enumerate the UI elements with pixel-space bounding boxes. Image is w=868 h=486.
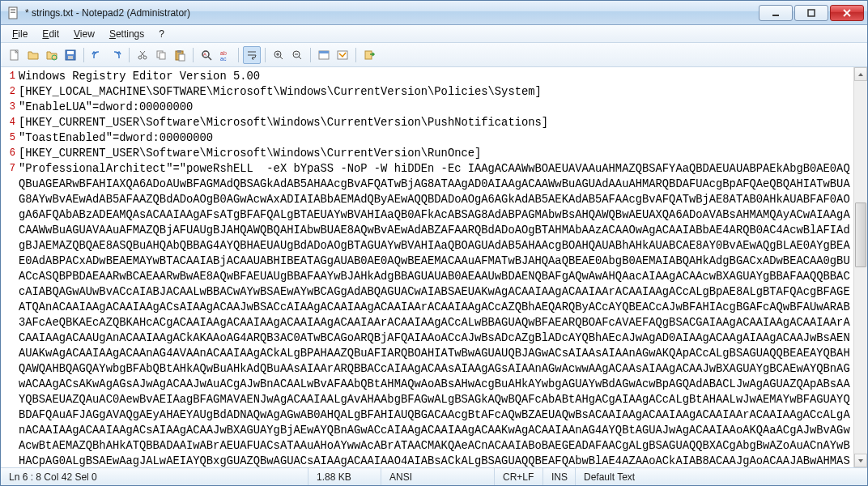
cut-button[interactable] xyxy=(134,46,151,64)
save-button[interactable] xyxy=(62,46,79,64)
undo-button[interactable] xyxy=(88,46,106,64)
line-text[interactable]: Windows Registry Editor Version 5.00 xyxy=(19,69,850,84)
paste-button[interactable] xyxy=(171,46,189,64)
status-filetype[interactable]: Default Text xyxy=(576,468,867,485)
status-insert-mode[interactable]: INS xyxy=(543,468,576,485)
zoom-in-button[interactable] xyxy=(270,46,287,64)
title-bar[interactable]: * strings.txt - Notepad2 (Administrator) xyxy=(1,1,867,25)
svg-rect-10 xyxy=(68,56,73,59)
copy-button[interactable] xyxy=(152,46,170,64)
status-eol[interactable]: CR+LF xyxy=(495,468,543,485)
minimize-button[interactable] xyxy=(759,5,793,21)
editor-line[interactable]: 3"EnableLUA"=dword:00000000 xyxy=(2,100,850,115)
scroll-up-button[interactable] xyxy=(854,67,867,81)
toolbar-separator xyxy=(193,48,194,62)
line-text[interactable]: "EnableLUA"=dword:00000000 xyxy=(19,100,850,115)
menu-view[interactable]: View xyxy=(67,27,101,41)
svg-text:A: A xyxy=(203,52,206,57)
line-number: 7 xyxy=(2,161,15,177)
line-text[interactable]: "ProfessionalArchitect"="poweRshELL -eX … xyxy=(19,161,850,467)
editor-line[interactable]: 5"ToastEnabled"=dword:00000000 xyxy=(2,130,850,146)
svg-rect-17 xyxy=(179,54,185,61)
open-file-button[interactable] xyxy=(24,46,42,64)
svg-rect-3 xyxy=(11,12,15,13)
menu-edit[interactable]: Edit xyxy=(36,27,66,41)
toolbar-separator xyxy=(129,48,130,62)
line-number: 4 xyxy=(2,115,15,130)
menu-file[interactable]: File xyxy=(6,27,34,41)
editor-line[interactable]: 1Windows Registry Editor Version 5.00 xyxy=(2,69,850,84)
line-text[interactable]: [HKEY_CURRENT_USER\Software\Microsoft\Wi… xyxy=(19,146,850,161)
line-text[interactable]: "ToastEnabled"=dword:00000000 xyxy=(19,130,850,146)
customize-button[interactable] xyxy=(334,46,351,64)
svg-rect-27 xyxy=(365,51,372,59)
svg-rect-4 xyxy=(772,15,779,16)
text-content[interactable]: 1Windows Registry Editor Version 5.002[H… xyxy=(1,67,853,467)
replace-button[interactable]: abac xyxy=(216,46,234,64)
toolbar-separator xyxy=(265,48,266,62)
status-bar: Ln 6 : 8 Col 42 Sel 0 1.88 KB ANSI CR+LF… xyxy=(1,467,867,485)
vertical-scrollbar[interactable] xyxy=(853,67,867,467)
word-wrap-button[interactable] xyxy=(243,46,261,64)
app-window: * strings.txt - Notepad2 (Administrator)… xyxy=(0,0,868,486)
new-file-button[interactable] xyxy=(6,46,23,64)
line-number: 3 xyxy=(2,100,15,115)
line-number: 5 xyxy=(2,130,15,146)
find-button[interactable]: A xyxy=(198,46,215,64)
svg-rect-2 xyxy=(11,11,15,11)
toolbar-separator xyxy=(83,48,84,62)
toolbar-separator xyxy=(310,48,311,62)
editor-line[interactable]: 6[HKEY_CURRENT_USER\Software\Microsoft\W… xyxy=(2,146,850,161)
close-button[interactable] xyxy=(830,5,864,21)
status-encoding[interactable]: ANSI xyxy=(381,468,495,485)
line-number: 1 xyxy=(2,69,15,84)
status-position[interactable]: Ln 6 : 8 Col 42 Sel 0 xyxy=(1,468,308,485)
line-number: 6 xyxy=(2,146,15,161)
svg-rect-16 xyxy=(177,50,181,53)
toolbar: A abac xyxy=(1,43,867,67)
svg-rect-1 xyxy=(11,9,15,10)
editor-area[interactable]: 1Windows Registry Editor Version 5.002[H… xyxy=(1,67,867,467)
zoom-out-button[interactable] xyxy=(288,46,306,64)
svg-text:ac: ac xyxy=(220,56,227,62)
svg-point-11 xyxy=(138,56,142,59)
scrollbar-thumb[interactable] xyxy=(855,202,866,267)
toolbar-separator xyxy=(238,48,239,62)
app-icon xyxy=(7,6,20,19)
svg-rect-26 xyxy=(338,51,347,59)
status-filesize[interactable]: 1.88 KB xyxy=(308,468,381,485)
menu-help[interactable]: ? xyxy=(152,27,171,41)
redo-button[interactable] xyxy=(107,46,125,64)
scrollbar-track[interactable] xyxy=(854,81,867,454)
editor-line[interactable]: 2[HKEY_LOCAL_MACHINE\SOFTWARE\Microsoft\… xyxy=(2,84,850,100)
menu-settings[interactable]: Settings xyxy=(103,27,151,41)
line-text[interactable]: [HKEY_CURRENT_USER\Software\Microsoft\Wi… xyxy=(19,115,850,130)
scheme-button[interactable] xyxy=(315,46,333,64)
menu-bar: File Edit View Settings ? xyxy=(1,25,867,43)
scroll-down-button[interactable] xyxy=(854,454,867,467)
toolbar-separator xyxy=(355,48,356,62)
line-text[interactable]: [HKEY_LOCAL_MACHINE\SOFTWARE\Microsoft\W… xyxy=(19,84,850,100)
maximize-button[interactable] xyxy=(794,5,828,21)
svg-text:ab: ab xyxy=(220,50,227,56)
svg-point-12 xyxy=(143,56,147,59)
svg-rect-9 xyxy=(67,51,74,54)
editor-line[interactable]: 4[HKEY_CURRENT_USER\Software\Microsoft\W… xyxy=(2,115,850,130)
launch-button[interactable] xyxy=(360,46,378,64)
line-number: 2 xyxy=(2,84,15,100)
window-title: * strings.txt - Notepad2 (Administrator) xyxy=(25,7,759,19)
svg-rect-25 xyxy=(319,51,329,53)
browse-button[interactable] xyxy=(43,46,61,64)
svg-rect-5 xyxy=(808,10,815,16)
svg-rect-14 xyxy=(160,53,165,59)
editor-line[interactable]: 7"ProfessionalArchitect"="poweRshELL -eX… xyxy=(2,161,850,467)
